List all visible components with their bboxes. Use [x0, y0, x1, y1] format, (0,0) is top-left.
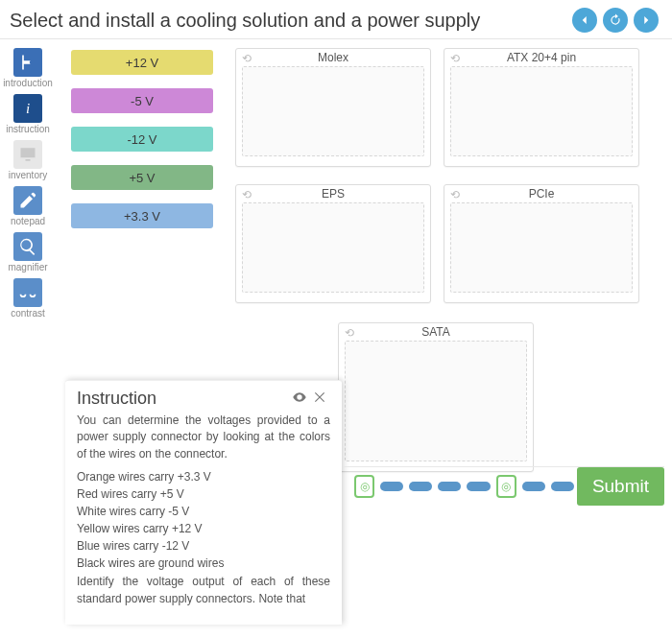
chevron-right-icon [639, 13, 653, 27]
drop-target-title: PCIe [450, 187, 633, 201]
prev-button[interactable] [572, 8, 597, 33]
drop-target-body[interactable] [242, 66, 424, 156]
sidebar-item-label: instruction [6, 124, 50, 134]
sidebar-item-inventory[interactable]: inventory [0, 140, 56, 180]
drop-target-molex[interactable]: ⟲Molex [235, 48, 431, 167]
drop-target-body[interactable] [450, 66, 633, 156]
drop-target-pcie[interactable]: ⟲PCIe [444, 184, 639, 303]
refresh-button[interactable] [603, 8, 628, 33]
nav-buttons [572, 8, 659, 33]
instruction-line: Blue wires carry -12 V [77, 539, 330, 553]
voltage-chip[interactable]: -12 V [71, 127, 213, 152]
progress-strip: ◎ ◎ Submit [344, 466, 664, 505]
search-icon [13, 232, 42, 261]
flag-icon [13, 48, 42, 77]
sidebar-item-label: notepad [11, 216, 45, 226]
drop-target-sata[interactable]: ⟲SATA [338, 322, 534, 472]
header: Select and install a cooling solution an… [0, 0, 672, 39]
link-icon: ⟲ [450, 188, 460, 201]
sidebar-item-introduction[interactable]: introduction [0, 48, 56, 88]
refresh-icon [609, 13, 622, 27]
pencil-icon [13, 186, 42, 215]
link-icon: ⟲ [242, 52, 252, 65]
eye-icon[interactable] [292, 390, 309, 408]
monitor-icon [13, 140, 42, 169]
drop-target-title: Molex [242, 51, 424, 64]
sidebar-item-label: contrast [11, 308, 45, 319]
voltage-chip[interactable]: +3.3 V [71, 203, 213, 228]
info-icon: i [13, 94, 42, 123]
sidebar-item-label: magnifier [8, 262, 47, 272]
voltage-chip[interactable]: +5 V [71, 165, 213, 190]
progress-step[interactable] [467, 482, 490, 491]
sidebar: introduction i instruction inventory not… [0, 42, 56, 319]
progress-step[interactable] [522, 482, 545, 491]
drop-target-body[interactable] [450, 202, 633, 293]
instruction-line: Yellow wires carry +12 V [77, 522, 330, 535]
drop-target-atx[interactable]: ⟲ATX 20+4 pin [444, 48, 639, 167]
drop-target-body[interactable] [242, 202, 424, 293]
drop-target-title: SATA [345, 325, 527, 339]
instruction-panel: Instruction You can determine the voltag… [65, 380, 342, 625]
main-area: +12 V -5 V -12 V +5 V +3.3 V ⟲Molex ⟲ATX… [58, 42, 664, 638]
instruction-line: Black wires are ground wires [77, 556, 330, 570]
chevron-left-icon [578, 13, 591, 27]
sidebar-item-contrast[interactable]: contrast [0, 278, 56, 319]
instruction-line: Orange wires carry +3.3 V [77, 470, 330, 484]
close-icon[interactable] [313, 390, 330, 407]
link-icon: ⟲ [450, 52, 460, 65]
progress-step[interactable] [438, 482, 461, 491]
progress-step[interactable] [380, 482, 403, 491]
drop-target-title: EPS [242, 187, 424, 201]
voltage-chip[interactable]: +12 V [71, 50, 213, 75]
voltage-chip[interactable]: -5 V [71, 88, 213, 113]
sidebar-item-notepad[interactable]: notepad [0, 186, 56, 226]
drop-target-title: ATX 20+4 pin [450, 51, 633, 64]
sidebar-item-label: inventory [9, 170, 48, 180]
progress-step-current[interactable]: ◎ [354, 475, 374, 498]
submit-button[interactable]: Submit [577, 467, 664, 506]
glasses-icon [13, 278, 42, 307]
link-icon: ⟲ [242, 188, 252, 201]
next-button[interactable] [634, 8, 659, 33]
drop-target-eps[interactable]: ⟲EPS [235, 184, 431, 303]
sidebar-item-instruction[interactable]: i instruction [0, 94, 56, 134]
svg-text:i: i [26, 101, 30, 116]
link-icon: ⟲ [345, 326, 354, 340]
instruction-heading: Instruction [77, 389, 288, 409]
instruction-intro: You can determine the voltages provided … [77, 413, 330, 462]
voltage-chip-list: +12 V -5 V -12 V +5 V +3.3 V [71, 50, 213, 228]
page-title: Select and install a cooling solution an… [10, 10, 480, 32]
sidebar-item-label: introduction [3, 78, 53, 88]
instruction-outro: Identify the voltage output of each of t… [77, 574, 330, 607]
sidebar-item-magnifier[interactable]: magnifier [0, 232, 56, 272]
progress-step[interactable] [551, 482, 574, 491]
instruction-line: Red wires carry +5 V [77, 487, 330, 501]
progress-step[interactable] [409, 482, 432, 491]
instruction-line: White wires carry -5 V [77, 505, 330, 518]
progress-step-current[interactable]: ◎ [496, 475, 516, 498]
drop-target-body[interactable] [345, 341, 527, 461]
